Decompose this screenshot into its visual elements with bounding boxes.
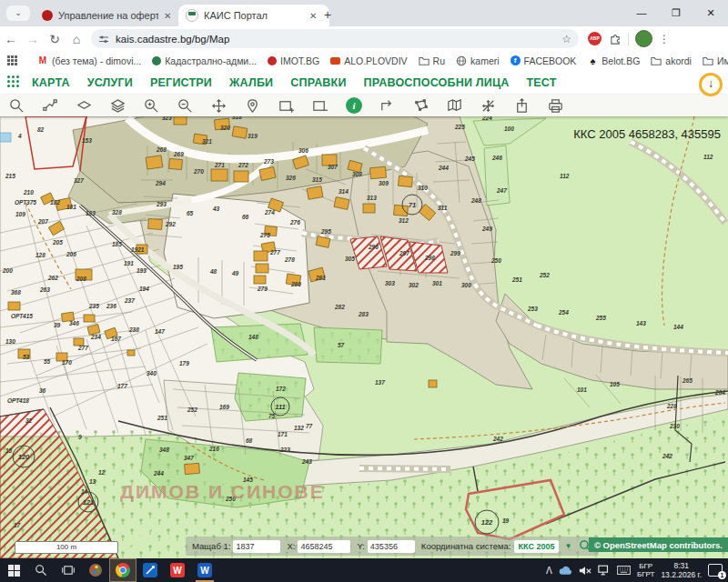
tab1-close-icon[interactable]: ✕	[164, 11, 171, 21]
site-settings-icon[interactable]	[98, 34, 109, 45]
info-tool-icon[interactable]: i	[337, 95, 370, 116]
home-button[interactable]: ⌂	[66, 32, 87, 46]
window-close-button[interactable]: ✕	[693, 0, 728, 25]
url-bar[interactable]: kais.cadastre.bg/bg/Map ☆	[91, 29, 579, 48]
y-input[interactable]	[368, 540, 415, 553]
bookmark-item[interactable]: Импортирани от I...	[703, 55, 728, 66]
language-indicator[interactable]: БГРБГРТ	[637, 562, 654, 578]
bookmark-item[interactable]: akordi	[651, 55, 692, 66]
parcel-label: 252	[539, 272, 550, 278]
profile-avatar[interactable]	[635, 30, 652, 47]
globe-icon	[456, 55, 467, 66]
reload-button[interactable]: ↻	[44, 32, 66, 46]
adblock-extension-icon[interactable]: ABP	[588, 32, 602, 45]
taskbar-search-icon[interactable]	[27, 558, 55, 582]
parcel-label: 144	[673, 324, 683, 330]
layer-tool-icon[interactable]	[67, 95, 101, 116]
measure-tool-icon[interactable]	[34, 95, 67, 116]
parcel-label: 206	[66, 251, 76, 257]
taskbar-clock[interactable]: 8:3113.2.2026 г.	[661, 561, 702, 579]
nav-item-ПРАВОСПОСОБНИ ЛИЦА[interactable]: ПРАВОСПОСОБНИ ЛИЦА	[364, 76, 510, 89]
print-tool-icon[interactable]	[539, 95, 572, 116]
parcel-label: 167	[111, 336, 121, 342]
zoom-rect-out-tool-icon[interactable]	[303, 95, 337, 116]
nav-item-ЖАЛБИ[interactable]: ЖАЛБИ	[229, 76, 273, 89]
apps-grid-icon[interactable]	[7, 55, 17, 66]
chrome-taskbar-icon[interactable]	[109, 558, 136, 582]
parcel-label: 251	[157, 415, 167, 421]
start-button[interactable]	[0, 558, 27, 582]
bookmark-item[interactable]: M(без тема) - dimovi...	[37, 55, 141, 66]
window-restore-button[interactable]: ❐	[659, 0, 693, 25]
bookmark-item[interactable]: IMOT.BG	[268, 55, 319, 66]
x-input[interactable]	[298, 540, 350, 553]
back-button[interactable]: ←	[0, 32, 22, 46]
folder-icon	[651, 55, 662, 66]
parcel-label: 281	[315, 275, 326, 281]
nav-item-КАРТА[interactable]: КАРТА	[32, 76, 70, 89]
task-view-icon[interactable]	[55, 558, 82, 582]
action-center-icon[interactable]: 1	[708, 564, 723, 577]
crs-dropdown-icon[interactable]: ▼	[564, 542, 571, 550]
nav-item-УСЛУГИ[interactable]: УСЛУГИ	[87, 76, 133, 89]
bookmark-item[interactable]: Ru	[419, 55, 445, 66]
parcel-circle-label: 71	[409, 201, 416, 209]
parcel-label: 321	[202, 138, 212, 145]
osm-attribution[interactable]: © OpenStreetMap contributors.	[589, 537, 728, 552]
window-minimize-button[interactable]: —	[624, 0, 659, 25]
nav-item-СПРАВКИ[interactable]: СПРАВКИ	[290, 76, 346, 89]
paint3d-app-icon[interactable]	[82, 558, 109, 582]
extensions-puzzle-icon[interactable]	[610, 33, 622, 45]
bookmark-item[interactable]: fFACEBOOK	[511, 55, 577, 66]
snip-app-icon[interactable]	[136, 558, 164, 582]
building	[127, 350, 135, 356]
wps-app-icon[interactable]: W	[164, 558, 191, 582]
parcel-label: 255	[595, 315, 606, 321]
layers-tool-icon[interactable]	[101, 95, 135, 116]
onedrive-icon[interactable]	[559, 566, 572, 576]
cursor-coordinates-readout: ККС 2005 4658283, 435595	[573, 127, 721, 141]
tab2-close-icon[interactable]: ✕	[309, 11, 317, 21]
select-polygon-tool-icon[interactable]	[404, 95, 438, 116]
browser-menu-icon[interactable]: ⋮	[659, 33, 670, 45]
map-canvas[interactable]: 4821532152103271821811091833282072052061…	[0, 116, 728, 558]
crs-select[interactable]: ККС 2005	[514, 540, 560, 553]
new-tab-button[interactable]: +	[324, 7, 331, 22]
map-scale-bar: 100 m	[15, 541, 118, 554]
forward-button[interactable]: →	[22, 32, 44, 46]
download-fab-button[interactable]: ↓	[699, 73, 723, 96]
move-feature-tool-icon[interactable]	[471, 95, 505, 116]
parcel-label: 230	[669, 423, 680, 429]
bookmark-star-icon[interactable]: ☆	[561, 33, 571, 45]
app-grid-icon[interactable]	[7, 75, 21, 89]
previous-extent-tool-icon[interactable]	[370, 95, 404, 116]
tab-search-button[interactable]: ⌄	[6, 5, 30, 21]
bookmark-item[interactable]: Кадастрално-адми...	[152, 55, 257, 66]
location-pin-tool-icon[interactable]	[236, 95, 269, 116]
bookmark-item[interactable]: kameri	[456, 55, 500, 66]
parcel-label: 245	[464, 156, 475, 162]
parcel-label: 65	[187, 210, 194, 216]
tab-inactive[interactable]: Управление на офертите - ✕	[35, 5, 186, 26]
zoom-in-tool-icon[interactable]	[135, 95, 168, 116]
parcel-label: 294	[155, 180, 166, 186]
network-icon[interactable]	[598, 565, 611, 576]
parcel-label: ОРТ375	[15, 199, 36, 206]
export-tool-icon[interactable]	[505, 95, 539, 116]
tray-chevron-icon[interactable]: ᐱ	[546, 566, 552, 576]
nav-item-ТЕСТ[interactable]: ТЕСТ	[526, 76, 556, 89]
legend-map-tool-icon[interactable]	[438, 95, 471, 116]
keyboard-icon[interactable]	[617, 566, 631, 575]
zoom-rect-in-tool-icon[interactable]	[269, 95, 303, 116]
bookmark-item[interactable]: ♠Belot.BG	[587, 55, 640, 66]
pan-tool-icon[interactable]	[202, 95, 236, 116]
word-app-icon[interactable]: W	[191, 558, 218, 582]
bookmark-item[interactable]: ALO.PLOVDIV	[330, 55, 407, 66]
search-tool-icon[interactable]	[0, 95, 34, 116]
scale-input[interactable]	[233, 540, 280, 553]
parcel-label: 238	[128, 326, 139, 333]
tab-active[interactable]: КАИС Портал ✕	[178, 5, 329, 26]
volume-muted-icon[interactable]	[579, 566, 592, 576]
nav-item-РЕГИСТРИ[interactable]: РЕГИСТРИ	[150, 76, 212, 89]
zoom-out-tool-icon[interactable]	[168, 95, 202, 116]
